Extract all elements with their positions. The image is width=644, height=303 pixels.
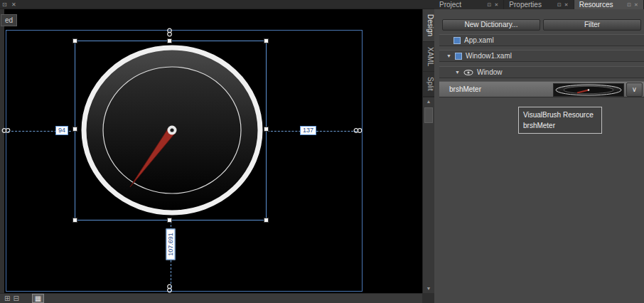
expander-icon[interactable]: ▼ bbox=[446, 53, 451, 58]
right-panel: Project ⊡ ✕ Properties ⊡ ✕ Resources ⊡ ✕… bbox=[434, 0, 644, 303]
scroll-down-icon[interactable]: ▼ bbox=[423, 285, 434, 293]
tab-resources-label: Resources bbox=[579, 1, 625, 9]
tree-item-label: Window bbox=[477, 68, 503, 76]
resource-label: brshMeter bbox=[449, 85, 481, 93]
pin-icon[interactable]: ⊡ bbox=[2, 0, 7, 9]
artboard-bottom-bar: ⊞ ⊟ ▦ bbox=[0, 293, 422, 303]
tooltip-line1: VisualBrush Resource bbox=[523, 110, 597, 120]
margin-left-label[interactable]: 94 bbox=[55, 126, 68, 135]
resize-handle-nw[interactable] bbox=[73, 38, 77, 43]
resize-handle-w[interactable] bbox=[73, 127, 77, 132]
meter-gauge-graphic[interactable] bbox=[75, 41, 266, 220]
resize-handle-n[interactable] bbox=[167, 38, 172, 43]
brush-thumbnail[interactable] bbox=[553, 83, 624, 97]
resize-handle-ne[interactable] bbox=[264, 38, 269, 43]
snap-grid-button[interactable]: ▦ bbox=[32, 294, 44, 303]
pin-icon[interactable]: ⊡ bbox=[488, 2, 492, 8]
resize-handle-se[interactable] bbox=[264, 218, 269, 223]
tree-item-window[interactable]: ▼ Window bbox=[439, 66, 644, 78]
pin-icon[interactable]: ⊡ bbox=[557, 2, 562, 8]
resource-tooltip: VisualBrush Resource brshMeter bbox=[518, 107, 602, 134]
scrollbar-track[interactable] bbox=[423, 106, 434, 285]
resize-handle-sw[interactable] bbox=[73, 218, 77, 223]
design-surface[interactable]: ed 94 137 107.691 bbox=[0, 9, 422, 293]
tab-split[interactable]: Split bbox=[423, 72, 434, 96]
chevron-down-icon[interactable]: ∨ bbox=[626, 83, 643, 97]
margin-anchor-bottom-icon[interactable] bbox=[166, 284, 173, 293]
left-rail bbox=[0, 9, 4, 293]
tab-properties[interactable]: Properties ⊡ ✕ bbox=[504, 0, 574, 9]
tab-xaml[interactable]: XAML bbox=[423, 42, 434, 72]
tree-item-app-xaml[interactable]: App.xaml bbox=[439, 34, 644, 46]
grid-toggle-icon[interactable]: ⊞ bbox=[4, 294, 10, 303]
margin-anchor-top-icon[interactable] bbox=[166, 28, 173, 37]
expander-icon[interactable]: ▼ bbox=[455, 70, 460, 75]
snaplines-toggle-icon[interactable]: ⊟ bbox=[13, 294, 18, 303]
view-tab-strip: Design XAML Split ▲ ▼ bbox=[422, 9, 434, 293]
xaml-file-icon bbox=[454, 37, 461, 44]
tab-design[interactable]: Design bbox=[423, 9, 434, 42]
tab-properties-label: Properties bbox=[509, 1, 554, 9]
expression-blend-window: ⊡ ✕ ed 94 137 107.691 bbox=[0, 0, 644, 303]
tree-item-label: Window1.xaml bbox=[466, 52, 512, 60]
scrollbar-thumb[interactable] bbox=[424, 107, 433, 123]
margin-right-label[interactable]: 137 bbox=[300, 126, 316, 135]
tab-project[interactable]: Project ⊡ ✕ bbox=[434, 0, 504, 9]
panel-tab-bar: Project ⊡ ✕ Properties ⊡ ✕ Resources ⊡ ✕ bbox=[434, 0, 644, 9]
eye-icon[interactable] bbox=[463, 69, 473, 76]
tab-resources[interactable]: Resources ⊡ ✕ bbox=[574, 0, 644, 9]
pin-icon[interactable]: ⊡ bbox=[627, 2, 631, 8]
vertical-scrollbar[interactable]: ▲ ▼ bbox=[423, 97, 434, 293]
selected-meter-element[interactable] bbox=[75, 41, 267, 220]
resize-handle-e[interactable] bbox=[264, 127, 269, 132]
new-dictionary-button[interactable]: New Dictionary... bbox=[442, 19, 540, 31]
tab-project-label: Project bbox=[439, 1, 485, 9]
close-icon[interactable]: ✕ bbox=[11, 0, 16, 9]
resource-item-brshmeter[interactable]: brshMeter ∨ bbox=[439, 81, 644, 97]
close-icon[interactable]: ✕ bbox=[634, 2, 638, 8]
scroll-up-icon[interactable]: ▲ bbox=[423, 97, 434, 106]
close-icon[interactable]: ✕ bbox=[494, 2, 498, 8]
resize-handle-s[interactable] bbox=[167, 218, 172, 223]
document-tab[interactable]: ed bbox=[1, 14, 17, 26]
filter-button[interactable]: Filter bbox=[543, 19, 641, 31]
xaml-file-icon bbox=[455, 53, 462, 60]
close-icon[interactable]: ✕ bbox=[564, 2, 569, 8]
tree-item-window1-xaml[interactable]: ▼ Window1.xaml bbox=[439, 50, 644, 62]
tooltip-line2: brshMeter bbox=[523, 120, 597, 131]
tree-item-label: App.xaml bbox=[464, 36, 494, 44]
margin-bottom-label[interactable]: 107.691 bbox=[166, 229, 176, 260]
